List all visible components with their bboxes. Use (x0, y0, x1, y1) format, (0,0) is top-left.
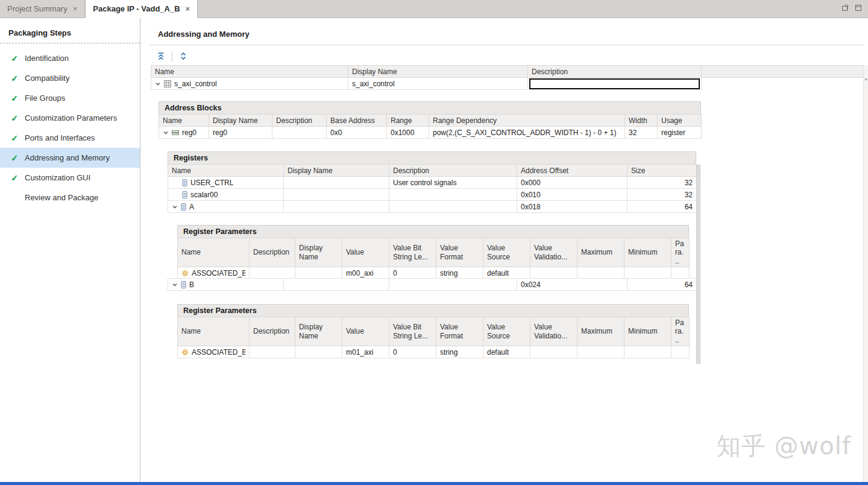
float-window-icon[interactable] (841, 4, 849, 13)
column-header-parameter[interactable]: Para... (671, 238, 690, 267)
column-header-value[interactable]: Value (342, 238, 389, 267)
sidebar-item-review-and-package[interactable]: Review and Package (0, 188, 140, 208)
column-header-minimum[interactable]: Minimum (624, 317, 671, 346)
column-header-range[interactable]: Range (387, 115, 429, 127)
sidebar-item-file-groups[interactable]: ✓ File Groups (0, 88, 140, 108)
sidebar-item-ports-and-interfaces[interactable]: ✓ Ports and Interfaces (0, 128, 140, 148)
chevron-down-icon[interactable] (172, 204, 178, 210)
column-header-description[interactable]: Description (250, 238, 295, 267)
expand-all-icon[interactable] (177, 49, 190, 63)
cell-description: User control signals (389, 177, 517, 189)
cell-value-source: default (483, 267, 530, 279)
cell-value: m01_axi (342, 346, 389, 358)
interface-name: s_axi_control (174, 80, 217, 88)
column-header-value-bit-string-length[interactable]: Value Bit String Le... (389, 317, 436, 346)
sidebar-item-identification[interactable]: ✓ Identification (0, 48, 140, 68)
column-header-description[interactable]: Description (250, 317, 295, 346)
column-header-value-source[interactable]: Value Source (483, 238, 530, 267)
table-row[interactable]: A 0x018 64 (168, 201, 697, 213)
maximize-window-icon[interactable] (855, 4, 862, 13)
column-header-maximum[interactable]: Maximum (577, 317, 624, 346)
column-header-name[interactable]: Name (151, 66, 348, 78)
nested-scrollbar[interactable] (696, 165, 700, 364)
column-header-name[interactable]: Name (178, 317, 250, 346)
sidebar-item-customization-parameters[interactable]: ✓ Customization Parameters (0, 108, 140, 128)
column-header-value-validation[interactable]: Value Validatio... (530, 238, 577, 267)
interfaces-table: Name Display Name Description s_axi_cont… (151, 65, 868, 90)
close-icon[interactable]: × (73, 5, 78, 13)
cell-value-format: string (436, 267, 483, 279)
parameter-name: ASSOCIATED_BUS (192, 269, 245, 277)
column-header-size[interactable]: Size (627, 165, 697, 177)
close-icon[interactable]: × (186, 5, 190, 13)
cell-display-name: reg0 (209, 127, 272, 139)
column-header-address-offset[interactable]: Address Offset (517, 165, 627, 177)
column-header-name[interactable]: Name (159, 115, 209, 127)
register-icon (182, 179, 187, 186)
header-row: Name Display Name Description Base Addre… (159, 115, 702, 127)
cell-maximum (577, 346, 624, 358)
register-icon (181, 281, 186, 288)
column-header-value-source[interactable]: Value Source (483, 317, 530, 346)
description-input[interactable] (529, 78, 700, 89)
addressing-and-memory-panel: Addressing and Memory Name Display Name … (141, 18, 868, 482)
table-row[interactable]: USER_CTRL User control signals 0x000 32 (168, 177, 697, 189)
sidebar-item-label: Identification (25, 54, 69, 63)
column-header-display-name[interactable]: Display Name (348, 66, 528, 78)
column-header-parameter[interactable]: Para... (671, 317, 690, 346)
column-header-description[interactable]: Description (272, 115, 327, 127)
column-header-description[interactable]: Description (528, 66, 702, 78)
column-header-maximum[interactable]: Maximum (577, 238, 624, 267)
cell-address-offset: 0x010 (517, 189, 627, 201)
sidebar-item-label: Customization GUI (25, 173, 90, 182)
collapse-all-icon[interactable] (154, 49, 168, 63)
table-row[interactable]: scalar00 0x010 32 (168, 189, 697, 201)
sidebar-item-compatibility[interactable]: ✓ Compatibility (0, 68, 140, 88)
sidebar-item-addressing-and-memory[interactable]: ✓ Addressing and Memory (0, 148, 140, 168)
column-header-base-address[interactable]: Base Address (327, 115, 387, 127)
column-header-display-name[interactable]: Display Name (295, 238, 342, 267)
column-header-name[interactable]: Name (178, 238, 250, 267)
column-header-display-name[interactable]: Display Name (209, 115, 272, 127)
column-header-description[interactable]: Description (389, 165, 517, 177)
column-header-value-bit-string-length[interactable]: Value Bit String Le... (389, 238, 436, 267)
chevron-down-icon[interactable] (163, 130, 169, 136)
column-header-width[interactable]: Width (625, 115, 658, 127)
scroll-up-icon[interactable]: ▴ (864, 76, 867, 482)
table-row[interactable]: reg0 reg0 0x0 0x1000 pow(2,(C_S_AXI_CONT… (159, 127, 702, 139)
column-header-value-validation[interactable]: Value Validatio... (530, 317, 577, 346)
column-header-value-format[interactable]: Value Format (436, 317, 483, 346)
table-row[interactable]: ASSOCIATED_BUS m01_axi 0 string default (178, 346, 690, 358)
cell-display-name (284, 279, 389, 291)
table-row[interactable]: s_axi_control s_axi_control (151, 78, 868, 90)
column-header-display-name[interactable]: Display Name (284, 165, 389, 177)
chevron-down-icon[interactable] (172, 282, 178, 288)
column-header-range-dependency[interactable]: Range Dependency (429, 115, 625, 127)
chevron-down-icon[interactable] (155, 81, 161, 87)
tab-package-ip[interactable]: Package IP - Vadd_A_B × (85, 0, 198, 18)
divider (149, 45, 864, 45)
cell-size: 64 (627, 279, 697, 291)
cell-minimum (624, 346, 671, 358)
parameter-name: ASSOCIATED_BUS (192, 348, 245, 357)
gear-icon (181, 270, 189, 277)
header-row: Name Display Name Description (151, 66, 868, 78)
header-row: Name Description Display Name Value Valu… (178, 317, 690, 346)
column-header-value[interactable]: Value (342, 317, 389, 346)
column-header-value-format[interactable]: Value Format (436, 238, 483, 267)
table-row[interactable]: B 0x024 64 (168, 279, 697, 291)
cell-display-name (295, 267, 342, 279)
tab-project-summary[interactable]: Project Summary × (0, 0, 85, 17)
sidebar-item-customization-gui[interactable]: ✓ Customization GUI (0, 168, 140, 188)
cell-description (389, 201, 517, 213)
column-header-usage[interactable]: Usage (658, 115, 702, 127)
column-header-display-name[interactable]: Display Name (295, 317, 342, 346)
vivado-package-ip-window: Project Summary × Package IP - Vadd_A_B … (0, 0, 868, 485)
column-header-minimum[interactable]: Minimum (624, 238, 671, 267)
column-header-name[interactable]: Name (168, 165, 284, 177)
vertical-scrollbar[interactable]: ▴ (863, 65, 868, 482)
table-row[interactable]: ASSOCIATED_BUS m00_axi 0 string default (178, 267, 690, 279)
cell-value: m00_axi (342, 267, 389, 279)
checkmark-icon: ✓ (10, 54, 19, 63)
interface-display-name: s_axi_control (348, 78, 528, 90)
